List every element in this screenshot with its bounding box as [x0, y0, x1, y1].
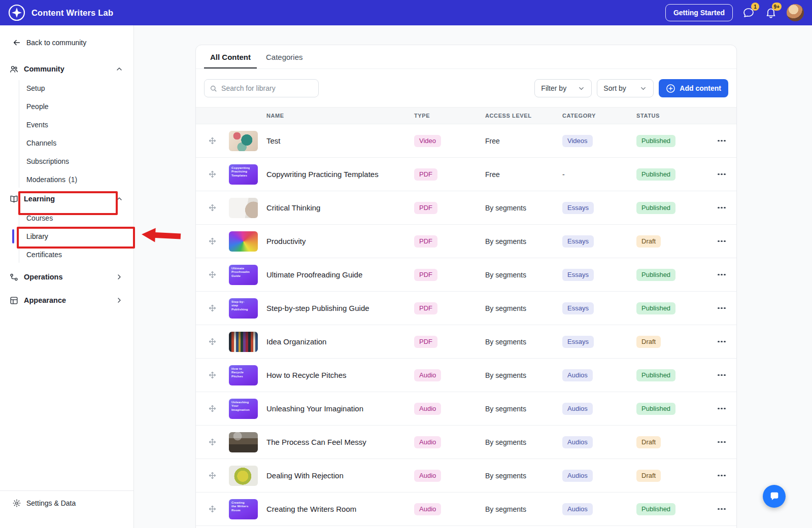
table-row[interactable]: Idea Organization PDF By segments Essays…: [196, 325, 736, 359]
sidebar-item-library[interactable]: Library: [0, 227, 133, 245]
table-row[interactable]: The Process Can Feel Messy Audio By segm…: [196, 426, 736, 459]
thumbnail-caption: Creating the Writers Room: [231, 501, 250, 513]
tab-categories[interactable]: Categories: [260, 45, 309, 68]
search-input[interactable]: [221, 84, 313, 92]
thumbnail-caption: Unleashing Your Imagination: [231, 401, 250, 412]
category-badge: Essays: [562, 269, 594, 281]
drag-handle-icon[interactable]: [208, 337, 217, 346]
table-row[interactable]: Ultimate Proofreading Guide Ultimate Pro…: [196, 258, 736, 292]
user-avatar[interactable]: [787, 4, 804, 21]
type-badge: PDF: [414, 168, 437, 181]
category-badge: Essays: [562, 336, 594, 348]
row-menu-button[interactable]: [715, 371, 729, 379]
tab-all-content[interactable]: All Content: [204, 45, 257, 68]
table-row[interactable]: How to Recycle Pitches How to Recycle Pi…: [196, 359, 736, 392]
sort-by-dropdown[interactable]: Sort by: [597, 79, 654, 97]
sidebar: Back to community Community Setup People…: [0, 25, 134, 528]
row-menu-button[interactable]: [715, 438, 729, 446]
status-badge: Draft: [636, 235, 661, 248]
row-menu-button[interactable]: [715, 237, 729, 245]
row-menu-button[interactable]: [715, 338, 729, 346]
row-menu-button[interactable]: [715, 472, 729, 480]
chat-messages-button[interactable]: 1: [742, 6, 755, 19]
sidebar-item-subscriptions[interactable]: Subscriptions: [0, 152, 133, 170]
plus-circle-icon: [666, 84, 675, 93]
table-row[interactable]: Copywriting Practicing Templates Copywri…: [196, 158, 736, 191]
learning-icon: [9, 194, 19, 204]
content-thumbnail: [229, 466, 258, 486]
row-menu-button[interactable]: [715, 137, 729, 145]
column-header-name: NAME: [258, 113, 405, 119]
content-thumbnail: Ultimate Proofreading Guide: [229, 265, 258, 285]
content-thumbnail: [229, 198, 258, 218]
content-name: How to Recycle Pitches: [258, 371, 405, 379]
category-badge: Videos: [562, 135, 593, 147]
thumbnail-caption: How to Recycle Pitches: [231, 367, 250, 379]
add-content-button[interactable]: Add content: [659, 79, 728, 97]
getting-started-button[interactable]: Getting Started: [665, 4, 733, 21]
settings-data-link[interactable]: Settings & Data: [12, 498, 133, 508]
row-menu-button[interactable]: [715, 405, 729, 413]
notifications-button[interactable]: 9+: [764, 6, 777, 19]
sidebar-group-learning[interactable]: Learning: [0, 189, 133, 209]
drag-handle-icon[interactable]: [208, 170, 217, 179]
ellipsis-icon: [718, 274, 720, 276]
content-thumbnail: Creating the Writers Room: [229, 499, 258, 519]
row-menu-button[interactable]: [715, 505, 729, 513]
drag-handle-icon[interactable]: [208, 371, 217, 379]
table-row[interactable]: Critical Thinking PDF By segments Essays…: [196, 191, 736, 225]
chat-widget-button[interactable]: [763, 485, 786, 508]
search-box: [204, 79, 319, 97]
back-to-community-link[interactable]: Back to community: [12, 38, 123, 48]
drag-handle-icon[interactable]: [208, 404, 217, 413]
drag-handle-icon[interactable]: [208, 270, 217, 279]
column-header-type: TYPE: [405, 113, 477, 119]
brand-logo-icon[interactable]: [8, 4, 25, 21]
status-badge: Published: [636, 168, 675, 181]
row-menu-button[interactable]: [715, 170, 729, 179]
type-badge: Audio: [414, 436, 441, 448]
sidebar-item-channels[interactable]: Channels: [0, 134, 133, 152]
table-row[interactable]: Productivity PDF By segments Essays Draf…: [196, 225, 736, 258]
access-level: By segments: [477, 204, 554, 212]
row-menu-button[interactable]: [715, 204, 729, 212]
sidebar-item-moderations[interactable]: Moderations(1): [0, 170, 133, 189]
sidebar-group-operations[interactable]: Operations: [0, 267, 133, 287]
filter-by-dropdown[interactable]: Filter by: [534, 79, 592, 97]
sidebar-item-people[interactable]: People: [0, 97, 133, 116]
drag-handle-icon[interactable]: [208, 438, 217, 446]
table-row[interactable]: Test Video Free Videos Published: [196, 124, 736, 158]
group-label: Learning: [24, 195, 55, 203]
group-label: Operations: [24, 273, 63, 281]
category-badge: Essays: [562, 202, 594, 214]
column-header-category: CATEGORY: [554, 113, 628, 119]
table-row[interactable]: Creating the Writers Room Creating the W…: [196, 492, 736, 526]
gear-icon: [12, 499, 21, 508]
table-row[interactable]: Step-by-step Publishing Guide Step-by-st…: [196, 292, 736, 325]
sidebar-group-community[interactable]: Community: [0, 59, 133, 79]
chevron-right-icon: [115, 296, 123, 304]
content-name: Critical Thinking: [258, 203, 405, 212]
content-name: Dealing With Rejection: [258, 471, 405, 480]
row-menu-button[interactable]: [715, 304, 729, 312]
drag-handle-icon[interactable]: [208, 203, 217, 212]
library-tabs: All Content Categories: [196, 45, 736, 69]
ellipsis-icon: [718, 441, 720, 443]
row-menu-button[interactable]: [715, 271, 729, 279]
sidebar-group-appearance[interactable]: Appearance: [0, 290, 133, 310]
community-sub-list: Setup People Events Channels Subscriptio…: [0, 79, 133, 189]
drag-handle-icon[interactable]: [208, 471, 217, 480]
chevron-up-icon: [115, 65, 123, 73]
drag-handle-icon[interactable]: [208, 136, 217, 145]
status-badge: Draft: [636, 336, 661, 348]
table-row[interactable]: Dealing With Rejection Audio By segments…: [196, 459, 736, 492]
sidebar-item-setup[interactable]: Setup: [0, 79, 133, 97]
sidebar-item-events[interactable]: Events: [0, 116, 133, 134]
thumbnail-caption: Step-by-step Publishing Guide: [231, 300, 250, 312]
drag-handle-icon[interactable]: [208, 304, 217, 312]
drag-handle-icon[interactable]: [208, 237, 217, 245]
sidebar-item-certificates[interactable]: Certificates: [0, 245, 133, 264]
sidebar-item-courses[interactable]: Courses: [0, 209, 133, 227]
table-row[interactable]: Unleashing Your Imagination Unleashing Y…: [196, 392, 736, 426]
drag-handle-icon[interactable]: [208, 505, 217, 513]
